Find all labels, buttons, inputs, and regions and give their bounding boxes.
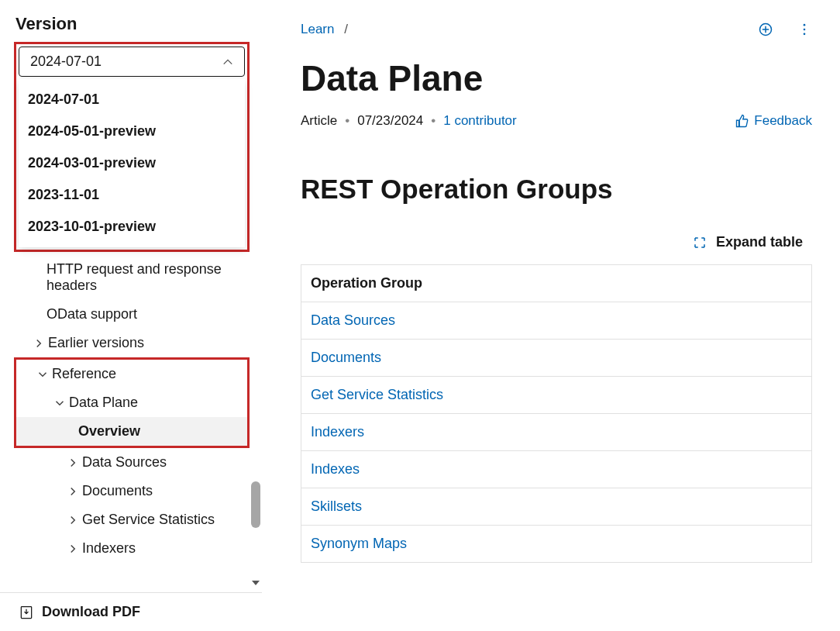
publish-date: 07/23/2024 — [357, 113, 423, 129]
chevron-right-icon — [68, 544, 77, 553]
content-type: Article — [301, 113, 337, 129]
op-link[interactable]: Get Service Statistics — [311, 387, 443, 402]
nav-item-earlier-versions[interactable]: Earlier versions — [0, 329, 262, 357]
op-link[interactable]: Skillsets — [311, 498, 362, 514]
nav-item-child[interactable]: Data Sources — [0, 448, 262, 477]
reference-section-highlight: Reference Data Plane Overview — [14, 357, 250, 448]
table-row: Synonym Maps — [301, 526, 812, 563]
op-link[interactable]: Synonym Maps — [311, 536, 407, 551]
version-option[interactable]: 2024-05-01-preview — [19, 116, 245, 147]
svg-point-4 — [804, 33, 806, 36]
op-link[interactable]: Indexers — [311, 424, 364, 440]
meta-separator: • — [345, 113, 349, 129]
scroll-down-arrow[interactable] — [251, 578, 260, 588]
breadcrumb-learn-link[interactable]: Learn — [301, 22, 334, 36]
version-option[interactable]: 2023-11-01 — [19, 179, 245, 211]
top-actions — [758, 22, 812, 37]
table-header-opgroup: Operation Group — [301, 265, 812, 302]
nav-item-overview[interactable]: Overview — [16, 417, 247, 446]
op-link[interactable]: Data Sources — [311, 312, 395, 328]
chevron-right-icon — [68, 487, 77, 496]
version-option[interactable]: 2024-07-01 — [19, 84, 245, 116]
version-heading: Version — [0, 14, 262, 42]
table-row: Indexes — [301, 451, 812, 488]
table-row: Indexers — [301, 414, 812, 451]
main-content: Learn / Data Plane Article • 07/23/2024 … — [262, 0, 840, 631]
chevron-right-icon — [34, 339, 43, 348]
nav-item-child[interactable]: Indexers — [0, 534, 262, 563]
table-row: Documents — [301, 340, 812, 377]
meta-row: Article • 07/23/2024 • 1 contributor Fee… — [301, 113, 812, 129]
thumbs-up-icon — [735, 114, 749, 128]
more-vertical-icon[interactable] — [797, 22, 812, 37]
page-title: Data Plane — [301, 57, 812, 99]
chevron-down-icon — [38, 370, 47, 379]
chevron-right-icon — [68, 515, 77, 525]
nav-item-data-plane[interactable]: Data Plane — [16, 388, 247, 417]
nav-item-odata[interactable]: OData support — [0, 300, 262, 329]
op-link[interactable]: Indexes — [311, 461, 360, 477]
nav-item-http-headers[interactable]: HTTP request and response headers — [0, 255, 262, 300]
sidebar: Version 2024-07-01 2024-07-01 2024-05-01… — [0, 0, 262, 631]
top-row: Learn / — [301, 22, 812, 37]
svg-point-3 — [804, 29, 806, 31]
download-pdf-icon — [19, 605, 34, 620]
chevron-right-icon — [68, 458, 77, 467]
contributors-link[interactable]: 1 contributor — [443, 113, 517, 129]
version-option[interactable]: 2023-10-01-preview — [19, 211, 245, 243]
version-dropdown-highlight: 2024-07-01 2024-07-01 2024-05-01-preview… — [14, 42, 250, 252]
op-link[interactable]: Documents — [311, 350, 381, 365]
chevron-up-icon — [222, 57, 233, 67]
version-option[interactable]: 2024-03-01-preview — [19, 147, 245, 179]
table-row: Get Service Statistics — [301, 377, 812, 414]
download-pdf-button[interactable]: Download PDF — [0, 592, 262, 631]
scrollbar-thumb[interactable] — [251, 481, 260, 528]
expand-icon — [693, 236, 707, 250]
meta-left: Article • 07/23/2024 • 1 contributor — [301, 113, 517, 129]
version-dropdown[interactable]: 2024-07-01 — [19, 47, 245, 77]
nav-item-child[interactable]: Get Service Statistics — [0, 505, 262, 534]
breadcrumb-separator: / — [338, 22, 348, 36]
feedback-button[interactable]: Feedback — [735, 113, 812, 129]
nav-item-reference[interactable]: Reference — [16, 360, 247, 388]
section-title: REST Operation Groups — [301, 174, 812, 205]
meta-separator: • — [431, 113, 435, 129]
nav-item-child[interactable]: Documents — [0, 477, 262, 505]
breadcrumb: Learn / — [301, 22, 348, 37]
expand-table-button[interactable]: Expand table — [301, 234, 812, 250]
version-selected-value: 2024-07-01 — [30, 53, 102, 70]
nav-tree: HTTP request and response headers OData … — [0, 249, 262, 592]
operation-groups-table: Operation Group Data Sources Documents G… — [301, 264, 812, 563]
version-dropdown-list: 2024-07-01 2024-05-01-preview 2024-03-01… — [19, 79, 245, 247]
svg-point-2 — [804, 24, 806, 26]
add-icon[interactable] — [758, 22, 773, 37]
chevron-down-icon — [55, 398, 64, 408]
table-row: Skillsets — [301, 488, 812, 526]
table-row: Data Sources — [301, 302, 812, 340]
